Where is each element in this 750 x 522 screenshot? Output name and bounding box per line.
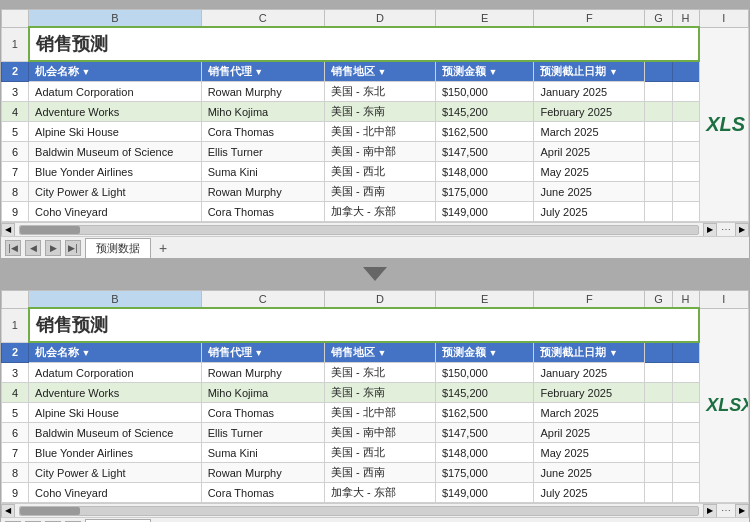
top-header-row: 2 机会名称 销售代理 销售地区 预测金额 预测截止日期 xyxy=(2,61,749,82)
bottom-sheet-title: 销售预测 xyxy=(36,315,108,335)
table-row: 7 Blue Yonder Airlines Suma Kini 美国 - 西北… xyxy=(2,162,749,182)
col-I-header[interactable]: I xyxy=(699,10,748,28)
col-G-header[interactable]: G xyxy=(645,10,672,28)
top-horizontal-scrollbar[interactable]: ◀ ▶ ⋯ ▶ xyxy=(1,222,749,236)
sheet-title: 销售预测 xyxy=(36,34,108,54)
title-row: 1 销售预测 XLS xyxy=(2,27,749,61)
table-row: 3 Adatum Corporation Rowan Murphy 美国 - 东… xyxy=(2,363,749,383)
bottom-col-B-header[interactable]: B xyxy=(29,291,202,309)
bottom-col-headers: B C D E F G H I 1 销售预测 xyxy=(1,290,749,503)
bottom-scroll-thumb[interactable] xyxy=(20,507,80,515)
bottom-scroll-dots: ⋯ xyxy=(717,505,735,516)
col-B-header[interactable]: B xyxy=(29,10,202,28)
bottom-col-E-header[interactable]: E xyxy=(435,291,534,309)
bottom-col-C-header[interactable]: C xyxy=(201,291,324,309)
scroll-right-btn[interactable]: ▶ xyxy=(703,223,717,237)
bottom-col-I-header[interactable]: I xyxy=(699,291,748,309)
title-cell: 销售预测 xyxy=(29,27,700,61)
header-agent[interactable]: 销售代理 xyxy=(201,61,324,82)
bottom-sheet-tab-forecast[interactable]: 预测数据 xyxy=(85,519,151,523)
bottom-header-region[interactable]: 销售地区 xyxy=(324,342,435,363)
bottom-header-row: 2 机会名称 销售代理 销售地区 预测金额 预测截止日期 xyxy=(2,342,749,363)
row-num-2: 2 xyxy=(2,61,29,82)
row-num-1: 1 xyxy=(2,27,29,61)
top-tab-bar: |◀ ◀ ▶ ▶| 预测数据 + xyxy=(1,236,749,258)
table-row: 8 City Power & Light Rowan Murphy 美国 - 西… xyxy=(2,182,749,202)
xls-badge-cell: XLS xyxy=(699,27,748,222)
col-H-header[interactable]: H xyxy=(672,10,699,28)
table-row: 9 Coho Vineyard Cora Thomas 加拿大 - 东部 $14… xyxy=(2,483,749,503)
bottom-scroll-right-btn[interactable]: ▶ xyxy=(703,504,717,518)
table-row: 5 Alpine Ski House Cora Thomas 美国 - 北中部 … xyxy=(2,122,749,142)
header-company[interactable]: 机会名称 xyxy=(29,61,202,82)
tab-nav-prev[interactable]: ◀ xyxy=(25,240,41,256)
col-D-header[interactable]: D xyxy=(324,10,435,28)
arrow-connector xyxy=(0,267,750,281)
table-row: 9 Coho Vineyard Cora Thomas 加拿大 - 东部 $14… xyxy=(2,202,749,222)
bottom-scroll-right-end-btn[interactable]: ▶ xyxy=(735,504,749,518)
table-row: 8 City Power & Light Rowan Murphy 美国 - 西… xyxy=(2,463,749,483)
table-row: 6 Baldwin Museum of Science Ellis Turner… xyxy=(2,423,749,443)
bottom-header-amount[interactable]: 预测金额 xyxy=(435,342,534,363)
bottom-title-row: 1 销售预测 XLSX xyxy=(2,308,749,342)
header-amount[interactable]: 预测金额 xyxy=(435,61,534,82)
bottom-scroll-track[interactable] xyxy=(19,506,699,516)
scroll-dots: ⋯ xyxy=(717,224,735,235)
bottom-col-G-header[interactable]: G xyxy=(645,291,672,309)
top-col-headers: B C D E F G H I 1 销售预测 xyxy=(1,9,749,222)
col-F-header[interactable]: F xyxy=(534,10,645,28)
bottom-header-agent[interactable]: 销售代理 xyxy=(201,342,324,363)
xlsx-badge: XLSX xyxy=(706,395,742,416)
tab-nav-first[interactable]: |◀ xyxy=(5,240,21,256)
scroll-left-btn[interactable]: ◀ xyxy=(1,223,15,237)
table-row: 4 Adventure Works Miho Kojima 美国 - 东南 $1… xyxy=(2,383,749,403)
bottom-scroll-left-btn[interactable]: ◀ xyxy=(1,504,15,518)
xlsx-badge-cell: XLSX xyxy=(699,308,748,503)
top-spreadsheet: B C D E F G H I 1 销售预测 xyxy=(0,8,750,259)
scroll-right-end-btn[interactable]: ▶ xyxy=(735,223,749,237)
bottom-col-H-header[interactable]: H xyxy=(672,291,699,309)
add-sheet-btn[interactable]: + xyxy=(155,240,171,256)
bottom-title-cell: 销售预测 xyxy=(29,308,700,342)
header-g xyxy=(645,61,672,82)
table-row: 4 Adventure Works Miho Kojima 美国 - 东南 $1… xyxy=(2,102,749,122)
header-date[interactable]: 预测截止日期 xyxy=(534,61,645,82)
bottom-tab-bar: |◀ ◀ ▶ ▶| 预测数据 + Evaluation Warning xyxy=(1,517,749,522)
header-region[interactable]: 销售地区 xyxy=(324,61,435,82)
corner-cell xyxy=(2,10,29,28)
table-row: 7 Blue Yonder Airlines Suma Kini 美国 - 西北… xyxy=(2,443,749,463)
table-row: 3 Adatum Corporation Rowan Murphy 美国 - 东… xyxy=(2,82,749,102)
header-h xyxy=(672,61,699,82)
table-row: 5 Alpine Ski House Cora Thomas 美国 - 北中部 … xyxy=(2,403,749,423)
bottom-col-F-header[interactable]: F xyxy=(534,291,645,309)
scroll-thumb[interactable] xyxy=(20,226,80,234)
col-E-header[interactable]: E xyxy=(435,10,534,28)
bottom-header-company[interactable]: 机会名称 xyxy=(29,342,202,363)
bottom-corner-cell xyxy=(2,291,29,309)
table-row: 6 Baldwin Museum of Science Ellis Turner… xyxy=(2,142,749,162)
bottom-col-D-header[interactable]: D xyxy=(324,291,435,309)
bottom-horizontal-scrollbar[interactable]: ◀ ▶ ⋯ ▶ xyxy=(1,503,749,517)
xls-badge: XLS xyxy=(706,113,742,136)
tab-nav-last[interactable]: ▶| xyxy=(65,240,81,256)
sheet-tab-forecast[interactable]: 预测数据 xyxy=(85,238,151,258)
tab-nav-next[interactable]: ▶ xyxy=(45,240,61,256)
scroll-track[interactable] xyxy=(19,225,699,235)
col-C-header[interactable]: C xyxy=(201,10,324,28)
bottom-header-date[interactable]: 预测截止日期 xyxy=(534,342,645,363)
bottom-spreadsheet: B C D E F G H I 1 销售预测 xyxy=(0,289,750,522)
down-arrow-icon xyxy=(363,267,387,281)
